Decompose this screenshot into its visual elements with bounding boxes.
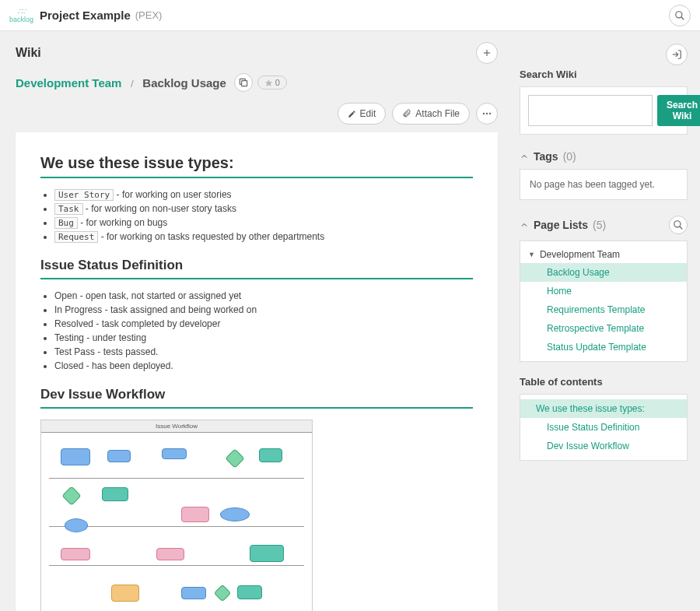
- pagelist-item-retrospective[interactable]: Retrospective Template: [520, 319, 687, 338]
- svg-marker-5: [265, 79, 272, 86]
- breadcrumb: Development Team / Backlog Usage: [16, 76, 226, 90]
- page-list: ▼ Development Team Backlog Usage Home Re…: [520, 241, 688, 362]
- search-wiki-button[interactable]: Search Wiki: [657, 95, 700, 126]
- pagelist-item-status-update[interactable]: Status Update Template: [520, 338, 687, 356]
- tags-header[interactable]: Tags (0): [520, 150, 688, 163]
- pagelist-root[interactable]: ▼ Development Team: [520, 246, 687, 263]
- list-item: Test Pass - tests passed.: [54, 346, 473, 357]
- toc-title: Table of contents: [520, 376, 688, 388]
- edit-button[interactable]: Edit: [338, 103, 387, 125]
- wiki-content: We use these issue types: User Story - f…: [16, 132, 498, 611]
- global-search-button[interactable]: [669, 5, 691, 26]
- heading-status-definition: Issue Status Definition: [40, 258, 473, 273]
- heading-workflow: Dev Issue Workflow: [40, 387, 473, 402]
- pagelist-item-backlog-usage[interactable]: Backlog Usage: [520, 263, 687, 282]
- svg-rect-4: [242, 81, 247, 86]
- list-item: Request - for working on tasks requested…: [54, 231, 473, 242]
- list-item: Open - open task, not started or assigne…: [54, 290, 473, 301]
- project-code: (PEX): [135, 9, 163, 21]
- copy-button[interactable]: [234, 73, 253, 92]
- attach-file-button[interactable]: Attach File: [392, 103, 470, 125]
- add-page-button[interactable]: [476, 42, 498, 64]
- svg-point-8: [489, 113, 491, 114]
- toc-item-dev-workflow[interactable]: Dev Issue Workflow: [520, 437, 687, 455]
- list-item: Closed - has been deployed.: [54, 360, 473, 371]
- list-item: Task - for working on non-user story tas…: [54, 203, 473, 214]
- svg-point-10: [674, 221, 681, 227]
- heading-issue-types: We use these issue types:: [40, 154, 473, 172]
- issue-types-list: User Story - for working on user stories…: [40, 189, 473, 242]
- breadcrumb-parent[interactable]: Development Team: [16, 76, 121, 90]
- star-pill[interactable]: 0: [257, 75, 287, 90]
- status-list: Open - open task, not started or assigne…: [40, 290, 473, 371]
- svg-line-11: [680, 226, 683, 230]
- project-name: Project Example: [40, 9, 131, 22]
- search-wiki-input[interactable]: [528, 95, 653, 126]
- list-item: Resolved - task completed by developer: [54, 318, 473, 329]
- tags-panel: No page has been tagged yet.: [520, 169, 688, 200]
- toc-item-status-definition[interactable]: Issue Status Definition: [520, 418, 687, 437]
- list-item: User Story - for working on user stories: [54, 189, 473, 200]
- search-wiki-title: Search Wiki: [520, 68, 688, 80]
- chevron-up-icon: [520, 152, 529, 161]
- table-of-contents: We use these issue types: Issue Status D…: [520, 394, 688, 461]
- svg-line-1: [681, 16, 684, 19]
- tags-empty-message: No page has been tagged yet.: [530, 179, 655, 190]
- chevron-up-icon: [520, 220, 529, 230]
- top-bar: ∴∵ backlog Project Example (PEX): [0, 0, 700, 31]
- more-actions-button[interactable]: [476, 103, 498, 125]
- breadcrumb-separator: /: [131, 78, 134, 90]
- page-actions: Edit Attach File: [0, 100, 513, 132]
- breadcrumb-row: Development Team / Backlog Usage 0: [0, 70, 513, 100]
- search-wiki-box: Search Wiki: [520, 86, 688, 135]
- pagelist-item-home[interactable]: Home: [520, 282, 687, 300]
- collapse-sidebar-button[interactable]: [666, 44, 688, 65]
- svg-point-7: [486, 113, 488, 114]
- wiki-header: Wiki: [0, 31, 513, 70]
- list-item: Testing - under testing: [54, 332, 473, 343]
- wiki-title: Wiki: [16, 46, 41, 60]
- workflow-canvas: [41, 433, 312, 611]
- workflow-canvas-title: Issue Workflow: [41, 420, 312, 433]
- breadcrumb-current: Backlog Usage: [142, 76, 226, 90]
- backlog-logo: ∴∵ backlog: [9, 7, 33, 23]
- sidebar: Search Wiki Search Wiki Tags (0) No page…: [513, 31, 700, 611]
- toc-item-issue-types[interactable]: We use these issue types:: [520, 399, 687, 418]
- triangle-down-icon: ▼: [528, 251, 535, 258]
- list-item: Bug - for working on bugs: [54, 217, 473, 228]
- workflow-diagram: Issue Workflow: [40, 420, 313, 611]
- list-item: In Progress - task assigned and being wo…: [54, 304, 473, 315]
- pagelists-header[interactable]: Page Lists (5): [520, 216, 688, 234]
- svg-point-0: [676, 11, 682, 17]
- pagelist-item-requirements[interactable]: Requirements Template: [520, 300, 687, 319]
- pagelists-search-button[interactable]: [669, 216, 688, 234]
- star-count: 0: [275, 78, 280, 87]
- svg-point-6: [483, 113, 485, 114]
